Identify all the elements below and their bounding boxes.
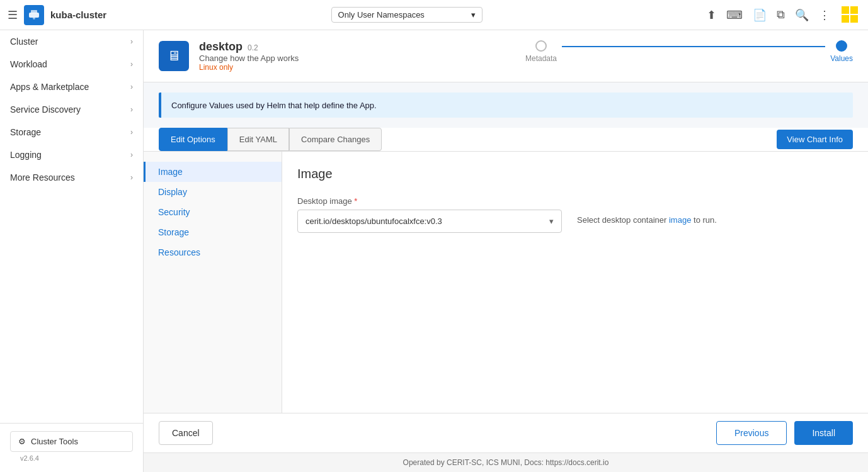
left-nav: Image Display Security Storage Resources [144,152,282,413]
svg-rect-5 [842,15,849,23]
version-label: v2.6.4 [10,452,133,464]
left-nav-image-label: Image [158,167,183,177]
desktop-image-label: Desktop image * [297,196,562,206]
values-step-dot [836,40,847,52]
sidebar-item-logging[interactable]: Logging › [0,143,143,166]
linux-only-label: Linux only [199,63,525,72]
tab-compare-changes[interactable]: Compare Changes [289,128,382,151]
namespace-value: Only User Namespaces [338,10,425,20]
topbar-icons: ⬆ ⌨ 📄 ⧉ 🔍 ⋮ [707,5,860,25]
sidebar-item-cluster-label: Cluster [10,37,38,47]
app-name: desktop [199,40,243,53]
svg-rect-4 [850,6,858,14]
sidebar-item-storage[interactable]: Storage › [0,121,143,143]
sidebar-item-more-resources[interactable]: More Resources › [0,166,143,189]
hamburger-icon[interactable]: ☰ [8,8,18,22]
info-banner-text: Configure Values used by Helm that help … [171,101,377,110]
tab-edit-yaml[interactable]: Edit YAML [227,128,289,151]
sidebar-bottom: ⚙ Cluster Tools v2.6.4 [0,423,143,472]
previous-button[interactable]: Previous [716,421,787,445]
chevron-down-icon: ▾ [549,216,554,226]
sidebar-item-workload-label: Workload [10,59,47,69]
sidebar-item-cluster[interactable]: Cluster › [0,30,143,53]
chevron-down-icon: › [130,173,133,182]
more-icon[interactable]: ⋮ [819,8,830,22]
content-body: Image Display Security Storage Resources… [144,152,868,413]
status-bar-text: Operated by CERIT-SC, ICS MUNI, Docs: ht… [403,458,609,467]
svg-rect-3 [842,6,849,14]
required-indicator: * [354,196,357,206]
info-banner: Configure Values used by Helm that help … [159,93,853,118]
field-row: Desktop image * cerit.io/desktops/ubuntu… [297,196,853,233]
plus-icon[interactable] [840,5,860,25]
chevron-down-icon: › [130,60,133,69]
app-version: 0.2 [248,43,258,52]
topbar-left: ☰ kuba-cluster [8,5,106,25]
namespace-selector[interactable]: Only User Namespaces ▾ [331,7,483,23]
sidebar-item-service-discovery-label: Service Discovery [10,104,81,115]
svg-rect-1 [31,10,37,13]
topbar: ☰ kuba-cluster Only User Namespaces ▾ ⬆ … [0,0,868,30]
chevron-down-icon: › [130,82,133,91]
section-title: Image [297,167,853,181]
left-nav-storage[interactable]: Storage [144,222,282,242]
metadata-step-label: Metadata [525,54,557,63]
tabs-left: Edit Options Edit YAML Compare Changes [159,128,382,151]
namespace-chevron-icon: ▾ [471,10,476,20]
sidebar-item-apps[interactable]: Apps & Marketplace › [0,76,143,98]
cancel-button[interactable]: Cancel [159,421,213,445]
desktop-image-field-group: Desktop image * cerit.io/desktops/ubuntu… [297,196,562,233]
sidebar-item-workload[interactable]: Workload › [0,53,143,76]
install-button[interactable]: Install [794,421,853,445]
left-nav-security[interactable]: Security [144,202,282,222]
upload-icon[interactable]: ⬆ [707,8,716,22]
field-description: Select desktop container image to run. [577,196,717,227]
sidebar-item-service-discovery[interactable]: Service Discovery › [0,98,143,121]
tab-edit-options[interactable]: Edit Options [159,128,227,151]
footer-right: Previous Install [716,421,853,445]
file-icon[interactable]: 📄 [753,8,767,22]
svg-rect-6 [850,15,858,23]
svg-rect-0 [29,13,39,18]
sidebar-item-storage-label: Storage [10,127,41,137]
status-bar: Operated by CERIT-SC, ICS MUNI, Docs: ht… [144,452,868,472]
brand-logo [24,5,44,25]
desktop-image-value: cerit.io/desktops/ubuntufocalxfce:v0.3 [306,216,442,226]
left-nav-security-label: Security [158,207,190,217]
chevron-down-icon: › [130,128,133,137]
step-connector [562,46,825,47]
left-nav-image[interactable]: Image [144,162,282,182]
sidebar-item-more-resources-label: More Resources [10,172,75,183]
terminal-icon[interactable]: ⌨ [726,8,743,22]
view-chart-info-button[interactable]: View Chart Info [777,130,853,149]
app-icon: 🖥 [159,41,189,71]
main-layout: Cluster › Workload › Apps & Marketplace … [0,30,868,472]
cluster-tools-label: Cluster Tools [31,437,78,446]
cluster-name-label: kuba-cluster [50,9,106,20]
app-header: 🖥 desktop 0.2 Change how the App works L… [144,30,868,82]
footer-left: Cancel [159,421,213,445]
metadata-step-dot [535,40,547,52]
search-icon[interactable]: 🔍 [795,8,809,22]
topbar-center: Only User Namespaces ▾ [106,7,707,23]
app-subtitle: Change how the App works [199,53,525,63]
chevron-down-icon: › [130,37,133,46]
left-nav-display[interactable]: Display [144,182,282,202]
chevron-down-icon: › [130,105,133,114]
cluster-tools-button[interactable]: ⚙ Cluster Tools [10,431,133,452]
desktop-image-select[interactable]: cerit.io/desktops/ubuntufocalxfce:v0.3 ▾ [297,210,562,233]
svg-point-2 [33,17,35,20]
copy-icon[interactable]: ⧉ [777,8,785,21]
header-top: 🖥 desktop 0.2 Change how the App works L… [159,40,853,72]
desktop-icon: 🖥 [167,48,181,64]
sidebar-item-apps-label: Apps & Marketplace [10,82,89,92]
footer-bar: Cancel Previous Install [144,413,868,452]
image-link[interactable]: image [669,215,691,225]
sidebar: Cluster › Workload › Apps & Marketplace … [0,30,144,472]
left-nav-resources-label: Resources [158,247,200,257]
sidebar-items: Cluster › Workload › Apps & Marketplace … [0,30,143,227]
left-nav-display-label: Display [158,187,187,197]
left-nav-resources[interactable]: Resources [144,242,282,262]
sidebar-item-logging-label: Logging [10,150,42,160]
left-nav-storage-label: Storage [158,227,189,237]
